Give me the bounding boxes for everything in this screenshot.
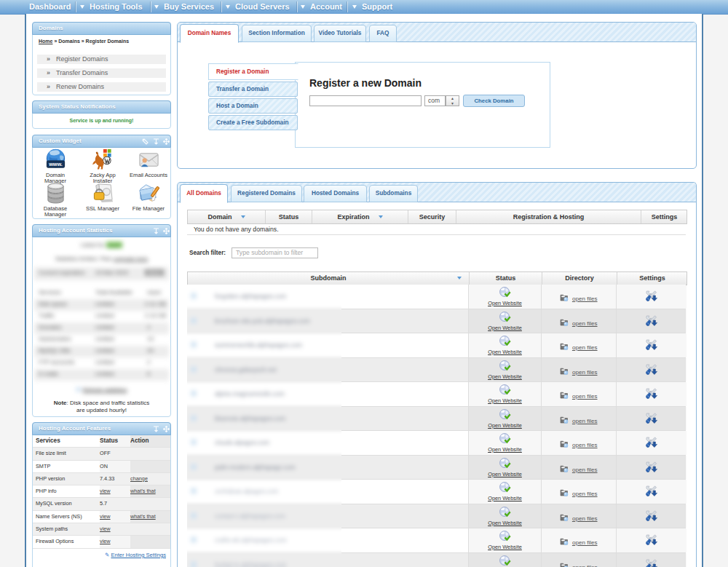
svg-text:www.: www. [48, 161, 63, 167]
